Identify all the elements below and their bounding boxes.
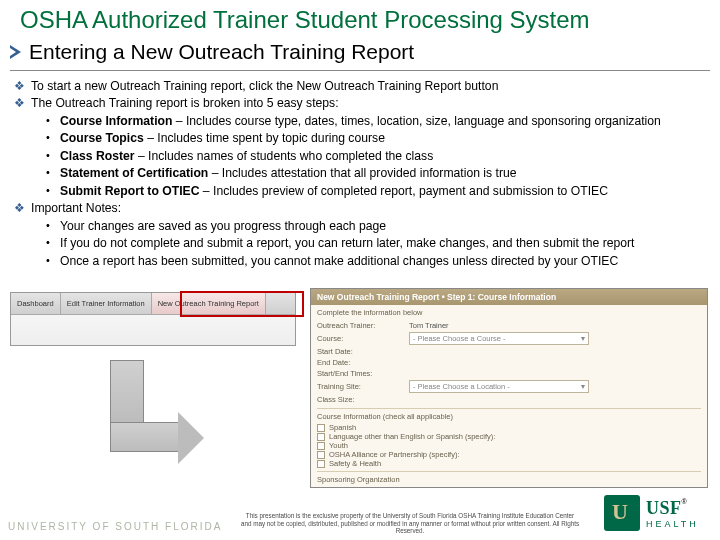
dot-icon: • bbox=[46, 235, 52, 251]
end-label: End Date: bbox=[317, 358, 409, 367]
divider bbox=[10, 70, 710, 71]
page-title: OSHA Authorized Trainer Student Processi… bbox=[20, 6, 710, 34]
sponsor-heading: Sponsoring Organization bbox=[317, 471, 701, 484]
check-label: Spanish bbox=[329, 423, 356, 432]
form-desc: Complete the information below bbox=[311, 305, 707, 320]
check-label: OSHA Alliance or Partnership (specify): bbox=[329, 450, 459, 459]
diamond-icon: ❖ bbox=[14, 78, 24, 94]
checkbox[interactable] bbox=[317, 460, 325, 468]
bullet-text: To start a new Outreach Training report,… bbox=[31, 78, 498, 94]
checkbox[interactable] bbox=[317, 424, 325, 432]
usf-health-logo: USF® HEALTH bbox=[604, 490, 712, 536]
trainer-value: Tom Trainer bbox=[409, 321, 449, 330]
diamond-icon: ❖ bbox=[14, 200, 24, 216]
form-header: New Outreach Training Report • Step 1: C… bbox=[311, 289, 707, 305]
trainer-label: Outreach Trainer: bbox=[317, 321, 409, 330]
course-label: Course: bbox=[317, 334, 409, 343]
bull-icon bbox=[604, 495, 640, 531]
chevron-down-icon: ▾ bbox=[581, 334, 585, 343]
dot-icon: • bbox=[46, 130, 52, 146]
content: ❖To start a new Outreach Training report… bbox=[14, 78, 712, 270]
tab-dashboard[interactable]: Dashboard bbox=[11, 293, 61, 314]
tab-edit-trainer[interactable]: Edit Trainer Information bbox=[61, 293, 152, 314]
dot-icon: • bbox=[46, 218, 52, 234]
site-label: Training Site: bbox=[317, 382, 409, 391]
checkbox[interactable] bbox=[317, 433, 325, 441]
form-screenshot: New Outreach Training Report • Step 1: C… bbox=[310, 288, 708, 488]
note-text: If you do not complete and submit a repo… bbox=[60, 235, 635, 251]
subtitle-row: Entering a New Outreach Training Report bbox=[10, 40, 710, 64]
arrow-bullet-icon bbox=[10, 45, 21, 59]
dot-icon: • bbox=[46, 113, 52, 129]
chevron-down-icon: ▾ bbox=[581, 382, 585, 391]
start-label: Start Date: bbox=[317, 347, 409, 356]
step-text: Class Roster – Includes names of student… bbox=[60, 148, 433, 164]
registered-icon: ® bbox=[682, 498, 687, 505]
note-text: Your changes are saved as you progress t… bbox=[60, 218, 386, 234]
diamond-icon: ❖ bbox=[14, 95, 24, 111]
highlight-box bbox=[180, 291, 304, 317]
disclaimer: This presentation is the exclusive prope… bbox=[240, 512, 580, 534]
logo-usf: USF bbox=[646, 498, 682, 518]
site-select[interactable]: - Please Choose a Location -▾ bbox=[409, 380, 589, 393]
step-text: Course Information – Includes course typ… bbox=[60, 113, 661, 129]
dot-icon: • bbox=[46, 253, 52, 269]
screenshot-area: Dashboard Edit Trainer Information New O… bbox=[10, 292, 710, 492]
logo-health: HEALTH bbox=[646, 519, 699, 529]
check-label: Language other than English or Spanish (… bbox=[329, 432, 495, 441]
dot-icon: • bbox=[46, 148, 52, 164]
startend-label: Start/End Times: bbox=[317, 369, 409, 378]
footer: UNIVERSITY OF SOUTH FLORIDA This present… bbox=[0, 492, 720, 540]
note-text: Once a report has been submitted, you ca… bbox=[60, 253, 618, 269]
step-text: Course Topics – Includes time spent by t… bbox=[60, 130, 385, 146]
course-info-heading: Course Information (check all applicable… bbox=[317, 408, 701, 421]
dot-icon: • bbox=[46, 165, 52, 181]
step-text: Submit Report to OTIEC – Includes previe… bbox=[60, 183, 608, 199]
step-text: Statement of Certification – Includes at… bbox=[60, 165, 517, 181]
university-name: UNIVERSITY OF SOUTH FLORIDA bbox=[8, 521, 222, 532]
dot-icon: • bbox=[46, 183, 52, 199]
course-select[interactable]: - Please Choose a Course -▾ bbox=[409, 332, 589, 345]
flow-arrow-icon bbox=[110, 360, 200, 450]
check-label: Youth bbox=[329, 441, 348, 450]
check-label: Safety & Health bbox=[329, 459, 381, 468]
bullet-text: Important Notes: bbox=[31, 200, 121, 216]
checkbox[interactable] bbox=[317, 451, 325, 459]
checkbox[interactable] bbox=[317, 442, 325, 450]
subtitle: Entering a New Outreach Training Report bbox=[29, 40, 414, 64]
size-label: Class Size: bbox=[317, 395, 409, 404]
nav-screenshot: Dashboard Edit Trainer Information New O… bbox=[10, 292, 296, 346]
bullet-text: The Outreach Training report is broken i… bbox=[31, 95, 339, 111]
